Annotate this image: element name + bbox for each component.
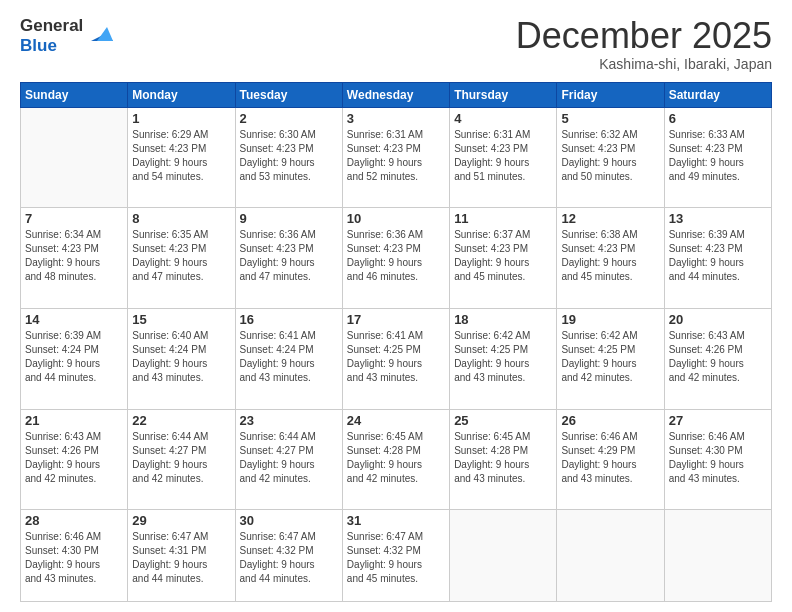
- calendar-cell: 1Sunrise: 6:29 AM Sunset: 4:23 PM Daylig…: [128, 107, 235, 208]
- location: Kashima-shi, Ibaraki, Japan: [516, 56, 772, 72]
- day-info: Sunrise: 6:43 AM Sunset: 4:26 PM Dayligh…: [25, 430, 123, 486]
- calendar-cell: 23Sunrise: 6:44 AM Sunset: 4:27 PM Dayli…: [235, 409, 342, 510]
- day-number: 12: [561, 211, 659, 226]
- day-info: Sunrise: 6:43 AM Sunset: 4:26 PM Dayligh…: [669, 329, 767, 385]
- calendar-week-1: 1Sunrise: 6:29 AM Sunset: 4:23 PM Daylig…: [21, 107, 772, 208]
- day-info: Sunrise: 6:41 AM Sunset: 4:25 PM Dayligh…: [347, 329, 445, 385]
- calendar-cell: 11Sunrise: 6:37 AM Sunset: 4:23 PM Dayli…: [450, 208, 557, 309]
- calendar-cell: 4Sunrise: 6:31 AM Sunset: 4:23 PM Daylig…: [450, 107, 557, 208]
- calendar-week-5: 28Sunrise: 6:46 AM Sunset: 4:30 PM Dayli…: [21, 510, 772, 602]
- calendar-cell: 15Sunrise: 6:40 AM Sunset: 4:24 PM Dayli…: [128, 309, 235, 410]
- calendar-cell: 28Sunrise: 6:46 AM Sunset: 4:30 PM Dayli…: [21, 510, 128, 602]
- header: General Blue December 2025 Kashima-shi, …: [20, 16, 772, 72]
- calendar-cell: 18Sunrise: 6:42 AM Sunset: 4:25 PM Dayli…: [450, 309, 557, 410]
- calendar-cell: 16Sunrise: 6:41 AM Sunset: 4:24 PM Dayli…: [235, 309, 342, 410]
- calendar-cell: 20Sunrise: 6:43 AM Sunset: 4:26 PM Dayli…: [664, 309, 771, 410]
- day-info: Sunrise: 6:31 AM Sunset: 4:23 PM Dayligh…: [454, 128, 552, 184]
- calendar-cell: 7Sunrise: 6:34 AM Sunset: 4:23 PM Daylig…: [21, 208, 128, 309]
- day-info: Sunrise: 6:36 AM Sunset: 4:23 PM Dayligh…: [240, 228, 338, 284]
- calendar-cell: [450, 510, 557, 602]
- day-info: Sunrise: 6:33 AM Sunset: 4:23 PM Dayligh…: [669, 128, 767, 184]
- calendar-cell: 12Sunrise: 6:38 AM Sunset: 4:23 PM Dayli…: [557, 208, 664, 309]
- month-title: December 2025: [516, 16, 772, 56]
- calendar-cell: 14Sunrise: 6:39 AM Sunset: 4:24 PM Dayli…: [21, 309, 128, 410]
- day-info: Sunrise: 6:38 AM Sunset: 4:23 PM Dayligh…: [561, 228, 659, 284]
- calendar-header-thursday: Thursday: [450, 82, 557, 107]
- day-info: Sunrise: 6:42 AM Sunset: 4:25 PM Dayligh…: [454, 329, 552, 385]
- day-info: Sunrise: 6:30 AM Sunset: 4:23 PM Dayligh…: [240, 128, 338, 184]
- day-number: 15: [132, 312, 230, 327]
- calendar-cell: 26Sunrise: 6:46 AM Sunset: 4:29 PM Dayli…: [557, 409, 664, 510]
- day-number: 13: [669, 211, 767, 226]
- day-number: 21: [25, 413, 123, 428]
- calendar-cell: 17Sunrise: 6:41 AM Sunset: 4:25 PM Dayli…: [342, 309, 449, 410]
- day-info: Sunrise: 6:36 AM Sunset: 4:23 PM Dayligh…: [347, 228, 445, 284]
- logo-blue: Blue: [20, 36, 83, 56]
- day-info: Sunrise: 6:32 AM Sunset: 4:23 PM Dayligh…: [561, 128, 659, 184]
- day-number: 4: [454, 111, 552, 126]
- day-number: 11: [454, 211, 552, 226]
- day-number: 6: [669, 111, 767, 126]
- day-number: 29: [132, 513, 230, 528]
- day-number: 10: [347, 211, 445, 226]
- calendar-cell: 10Sunrise: 6:36 AM Sunset: 4:23 PM Dayli…: [342, 208, 449, 309]
- day-info: Sunrise: 6:39 AM Sunset: 4:23 PM Dayligh…: [669, 228, 767, 284]
- calendar-cell: 13Sunrise: 6:39 AM Sunset: 4:23 PM Dayli…: [664, 208, 771, 309]
- calendar-cell: 2Sunrise: 6:30 AM Sunset: 4:23 PM Daylig…: [235, 107, 342, 208]
- day-number: 3: [347, 111, 445, 126]
- calendar-cell: [664, 510, 771, 602]
- calendar-cell: 27Sunrise: 6:46 AM Sunset: 4:30 PM Dayli…: [664, 409, 771, 510]
- day-number: 25: [454, 413, 552, 428]
- svg-marker-1: [97, 27, 113, 41]
- day-info: Sunrise: 6:34 AM Sunset: 4:23 PM Dayligh…: [25, 228, 123, 284]
- title-block: December 2025 Kashima-shi, Ibaraki, Japa…: [516, 16, 772, 72]
- day-info: Sunrise: 6:41 AM Sunset: 4:24 PM Dayligh…: [240, 329, 338, 385]
- day-number: 1: [132, 111, 230, 126]
- day-number: 26: [561, 413, 659, 428]
- calendar-cell: 6Sunrise: 6:33 AM Sunset: 4:23 PM Daylig…: [664, 107, 771, 208]
- calendar-cell: 8Sunrise: 6:35 AM Sunset: 4:23 PM Daylig…: [128, 208, 235, 309]
- calendar-week-4: 21Sunrise: 6:43 AM Sunset: 4:26 PM Dayli…: [21, 409, 772, 510]
- day-info: Sunrise: 6:45 AM Sunset: 4:28 PM Dayligh…: [347, 430, 445, 486]
- calendar-header-saturday: Saturday: [664, 82, 771, 107]
- day-info: Sunrise: 6:35 AM Sunset: 4:23 PM Dayligh…: [132, 228, 230, 284]
- day-number: 31: [347, 513, 445, 528]
- day-info: Sunrise: 6:47 AM Sunset: 4:31 PM Dayligh…: [132, 530, 230, 586]
- calendar-header-row: SundayMondayTuesdayWednesdayThursdayFrid…: [21, 82, 772, 107]
- day-info: Sunrise: 6:46 AM Sunset: 4:30 PM Dayligh…: [25, 530, 123, 586]
- day-info: Sunrise: 6:46 AM Sunset: 4:30 PM Dayligh…: [669, 430, 767, 486]
- calendar-table: SundayMondayTuesdayWednesdayThursdayFrid…: [20, 82, 772, 602]
- day-number: 9: [240, 211, 338, 226]
- day-info: Sunrise: 6:40 AM Sunset: 4:24 PM Dayligh…: [132, 329, 230, 385]
- calendar-cell: 3Sunrise: 6:31 AM Sunset: 4:23 PM Daylig…: [342, 107, 449, 208]
- day-info: Sunrise: 6:44 AM Sunset: 4:27 PM Dayligh…: [132, 430, 230, 486]
- day-info: Sunrise: 6:29 AM Sunset: 4:23 PM Dayligh…: [132, 128, 230, 184]
- day-info: Sunrise: 6:47 AM Sunset: 4:32 PM Dayligh…: [347, 530, 445, 586]
- day-number: 23: [240, 413, 338, 428]
- logo-icon: [85, 19, 113, 47]
- day-number: 20: [669, 312, 767, 327]
- day-number: 17: [347, 312, 445, 327]
- calendar-header-tuesday: Tuesday: [235, 82, 342, 107]
- page: General Blue December 2025 Kashima-shi, …: [0, 0, 792, 612]
- day-number: 30: [240, 513, 338, 528]
- day-number: 7: [25, 211, 123, 226]
- day-number: 16: [240, 312, 338, 327]
- calendar-cell: 25Sunrise: 6:45 AM Sunset: 4:28 PM Dayli…: [450, 409, 557, 510]
- logo-general: General: [20, 16, 83, 36]
- calendar-week-3: 14Sunrise: 6:39 AM Sunset: 4:24 PM Dayli…: [21, 309, 772, 410]
- day-number: 24: [347, 413, 445, 428]
- calendar-cell: 5Sunrise: 6:32 AM Sunset: 4:23 PM Daylig…: [557, 107, 664, 208]
- calendar-cell: [21, 107, 128, 208]
- calendar-cell: 24Sunrise: 6:45 AM Sunset: 4:28 PM Dayli…: [342, 409, 449, 510]
- calendar-cell: [557, 510, 664, 602]
- calendar-cell: 30Sunrise: 6:47 AM Sunset: 4:32 PM Dayli…: [235, 510, 342, 602]
- day-info: Sunrise: 6:46 AM Sunset: 4:29 PM Dayligh…: [561, 430, 659, 486]
- calendar-cell: 21Sunrise: 6:43 AM Sunset: 4:26 PM Dayli…: [21, 409, 128, 510]
- day-info: Sunrise: 6:37 AM Sunset: 4:23 PM Dayligh…: [454, 228, 552, 284]
- calendar-cell: 19Sunrise: 6:42 AM Sunset: 4:25 PM Dayli…: [557, 309, 664, 410]
- day-number: 19: [561, 312, 659, 327]
- calendar-week-2: 7Sunrise: 6:34 AM Sunset: 4:23 PM Daylig…: [21, 208, 772, 309]
- day-number: 18: [454, 312, 552, 327]
- calendar-header-wednesday: Wednesday: [342, 82, 449, 107]
